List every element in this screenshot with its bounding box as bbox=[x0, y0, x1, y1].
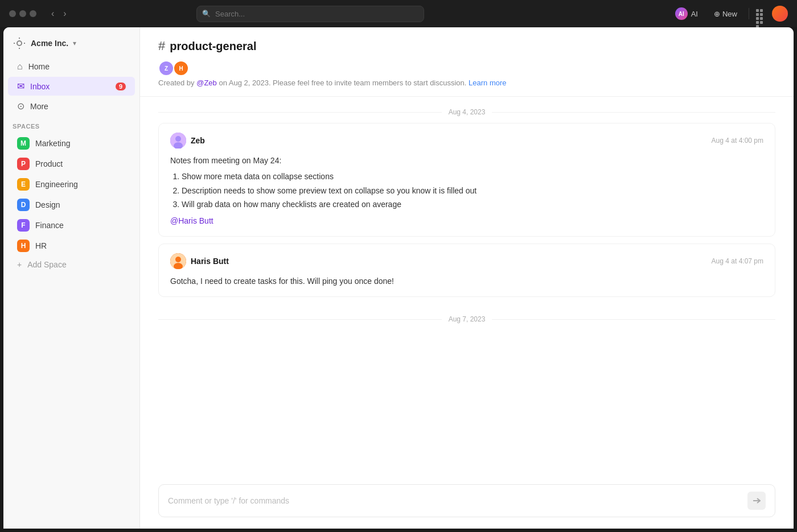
member-avatar-haris: H bbox=[173, 60, 189, 76]
back-button[interactable]: ‹ bbox=[48, 6, 57, 21]
date-divider-aug4: Aug 4, 2023 bbox=[158, 97, 775, 123]
sidebar-item-label: Inbox bbox=[30, 82, 50, 91]
sidebar-item-home[interactable]: ⌂ Home bbox=[8, 57, 135, 76]
ai-icon: AI bbox=[675, 7, 688, 20]
author-name-2: Haris Butt bbox=[191, 257, 229, 266]
add-space-label: Add Space bbox=[27, 260, 67, 269]
sidebar-item-engineering[interactable]: E Engineering bbox=[8, 175, 135, 194]
msg-timestamp-2: Aug 4 at 4:07 pm bbox=[712, 257, 763, 265]
topbar-divider bbox=[749, 8, 749, 19]
message-text-1: Notes from meeting on May 24: bbox=[170, 156, 281, 165]
traffic-light-minimize[interactable] bbox=[19, 10, 26, 17]
comment-input-area bbox=[140, 475, 794, 529]
hash-icon: # bbox=[158, 39, 165, 53]
comment-input[interactable] bbox=[168, 496, 747, 505]
message-list-1: Show more meta data on collapse sections… bbox=[170, 170, 763, 211]
messages-area: Aug 4, 2023 Zeb Au bbox=[140, 97, 794, 475]
list-item: Will grab data on how many checklists ar… bbox=[182, 198, 763, 211]
space-label: Finance bbox=[35, 221, 64, 230]
sidebar-item-design[interactable]: D Design bbox=[8, 195, 135, 215]
space-label: Design bbox=[35, 200, 60, 209]
new-button[interactable]: ⊕ New bbox=[709, 7, 742, 20]
sidebar-item-more[interactable]: ⊙ More bbox=[8, 97, 135, 116]
description-mid: on Aug 2, 2023. Please feel free to invi… bbox=[217, 79, 469, 87]
topbar: ‹ › 🔍 AI AI ⊕ New bbox=[0, 0, 797, 27]
channel-members: Z H bbox=[158, 60, 775, 76]
sidebar-item-inbox[interactable]: ✉ Inbox 9 bbox=[8, 77, 135, 96]
search-icon: 🔍 bbox=[202, 10, 211, 18]
sidebar-item-marketing[interactable]: M Marketing bbox=[8, 134, 135, 153]
home-icon: ⌂ bbox=[17, 61, 23, 72]
message-text-2: Gotcha, I need to create tasks for this.… bbox=[170, 277, 394, 286]
sidebar-item-hr[interactable]: H HR bbox=[8, 236, 135, 255]
message-card-2: Haris Butt Aug 4 at 4:07 pm Gotcha, I ne… bbox=[158, 244, 775, 297]
back-forward-nav: ‹ › bbox=[48, 6, 70, 21]
search-input[interactable] bbox=[196, 6, 424, 22]
sidebar-item-label: Home bbox=[28, 62, 50, 71]
space-label: HR bbox=[35, 241, 47, 250]
channel-title-row: # product-general bbox=[158, 39, 775, 53]
svg-point-6 bbox=[175, 136, 181, 142]
message-header-1: Zeb Aug 4 at 4:00 pm bbox=[170, 133, 763, 149]
avatar-haris bbox=[170, 253, 186, 269]
more-icon: ⊙ bbox=[17, 101, 24, 112]
svg-point-9 bbox=[175, 257, 181, 262]
message-author-1: Zeb bbox=[170, 133, 205, 149]
ai-button[interactable]: AI AI bbox=[671, 5, 702, 22]
message-mention-1[interactable]: @Haris Butt bbox=[170, 216, 213, 225]
add-icon: + bbox=[17, 260, 22, 269]
grid-icon[interactable] bbox=[756, 9, 765, 18]
spaces-section-title: Spaces bbox=[3, 116, 139, 133]
traffic-lights bbox=[9, 10, 36, 17]
traffic-light-close[interactable] bbox=[9, 10, 16, 17]
date-divider-aug7: Aug 7, 2023 bbox=[158, 304, 775, 330]
inbox-badge: 9 bbox=[116, 83, 126, 90]
user-avatar[interactable] bbox=[772, 6, 788, 22]
learn-more-link[interactable]: Learn more bbox=[469, 79, 506, 87]
search-bar: 🔍 bbox=[196, 6, 424, 22]
date-label: Aug 4, 2023 bbox=[449, 108, 486, 116]
space-badge-hr: H bbox=[17, 240, 30, 252]
new-icon: ⊕ bbox=[714, 10, 720, 18]
sidebar: Acme Inc. ▾ ⌂ Home ✉ Inbox 9 ⊙ More Spac… bbox=[3, 27, 140, 529]
space-label: Marketing bbox=[35, 139, 70, 148]
avatar-zeb bbox=[170, 133, 186, 149]
description-prefix: Created by bbox=[158, 79, 196, 87]
description-mention[interactable]: @Zeb bbox=[196, 79, 217, 87]
sidebar-item-product[interactable]: P Product bbox=[8, 154, 135, 174]
inbox-icon: ✉ bbox=[17, 81, 24, 92]
list-item: Description needs to show some preview t… bbox=[182, 184, 763, 197]
traffic-light-maximize[interactable] bbox=[30, 10, 36, 17]
workspace-name: Acme Inc. bbox=[31, 39, 68, 48]
content-area: # product-general Z H Created by @Zeb on… bbox=[140, 27, 794, 529]
comment-box bbox=[158, 484, 775, 517]
chevron-down-icon: ▾ bbox=[73, 39, 76, 47]
sidebar-item-finance[interactable]: F Finance bbox=[8, 216, 135, 235]
space-badge-marketing: M bbox=[17, 137, 30, 150]
member-avatar-zeb: Z bbox=[158, 60, 174, 76]
send-button[interactable] bbox=[747, 492, 766, 510]
topbar-right: AI AI ⊕ New bbox=[671, 5, 788, 22]
space-badge-design: D bbox=[17, 199, 30, 211]
forward-button[interactable]: › bbox=[60, 6, 69, 21]
message-card-1: Zeb Aug 4 at 4:00 pm Notes from meeting … bbox=[158, 123, 775, 237]
list-item: Show more meta data on collapse sections bbox=[182, 170, 763, 183]
ai-label: AI bbox=[691, 10, 698, 18]
space-badge-engineering: E bbox=[17, 178, 30, 191]
message-body-1: Notes from meeting on May 24: Show more … bbox=[170, 154, 763, 227]
workspace-logo[interactable]: Acme Inc. ▾ bbox=[3, 34, 139, 57]
message-header-2: Haris Butt Aug 4 at 4:07 pm bbox=[170, 253, 763, 269]
space-label: Engineering bbox=[35, 180, 78, 189]
date-label: Aug 7, 2023 bbox=[449, 315, 486, 323]
space-badge-product: P bbox=[17, 158, 30, 170]
author-name-1: Zeb bbox=[191, 136, 205, 145]
add-space-button[interactable]: + Add Space bbox=[8, 257, 135, 273]
sidebar-item-label: More bbox=[30, 102, 48, 111]
message-author-2: Haris Butt bbox=[170, 253, 229, 269]
space-label: Product bbox=[35, 159, 63, 168]
channel-name: product-general bbox=[170, 40, 256, 53]
space-badge-finance: F bbox=[17, 219, 30, 232]
message-body-2: Gotcha, I need to create tasks for this.… bbox=[170, 275, 763, 287]
channel-description: Created by @Zeb on Aug 2, 2023. Please f… bbox=[158, 79, 775, 87]
channel-header: # product-general Z H Created by @Zeb on… bbox=[140, 27, 794, 97]
